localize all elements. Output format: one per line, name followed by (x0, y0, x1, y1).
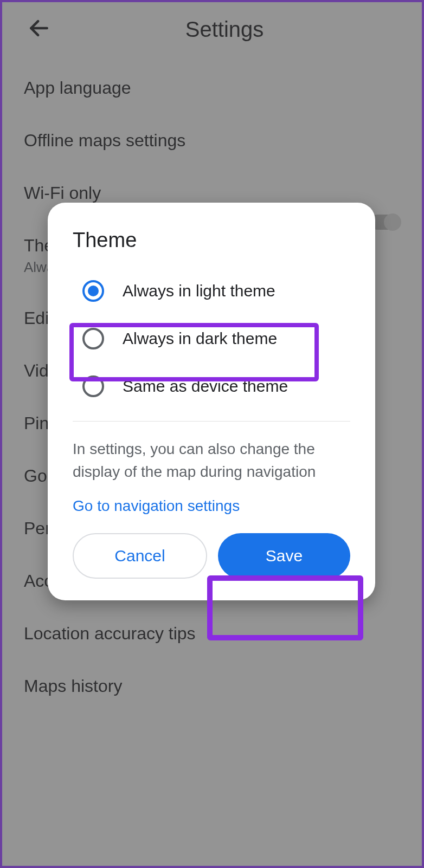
save-button[interactable]: Save (218, 533, 350, 579)
dialog-title: Theme (48, 229, 375, 267)
theme-option-device[interactable]: Same as device theme (48, 362, 375, 410)
option-label: Always in light theme (123, 282, 275, 300)
theme-option-dark[interactable]: Always in dark theme (48, 315, 375, 362)
theme-dialog: Theme Always in light theme Always in da… (48, 203, 375, 600)
option-label: Same as device theme (123, 377, 288, 396)
radio-unselected-icon (82, 328, 104, 349)
dialog-buttons: Cancel Save (48, 533, 375, 579)
radio-selected-icon (82, 280, 104, 302)
theme-option-light[interactable]: Always in light theme (48, 267, 375, 315)
option-label: Always in dark theme (123, 329, 277, 348)
navigation-settings-link[interactable]: Go to navigation settings (48, 483, 375, 533)
radio-unselected-icon (82, 375, 104, 397)
dialog-note: In settings, you can also change the dis… (48, 422, 375, 483)
cancel-button[interactable]: Cancel (73, 533, 207, 579)
